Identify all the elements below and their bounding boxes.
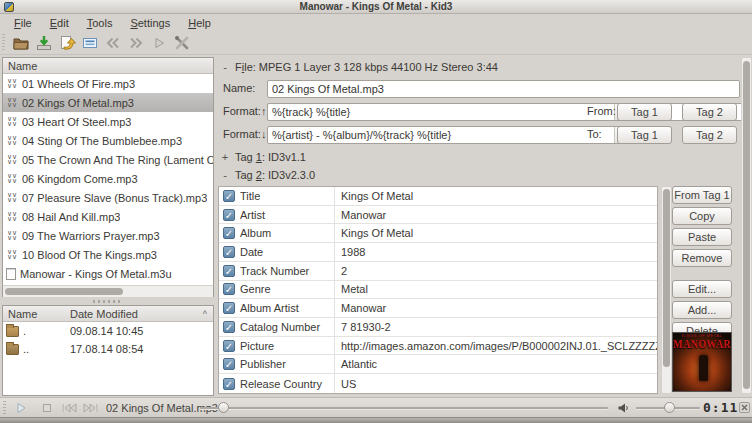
player-previous-button[interactable] [60,401,78,415]
dir-list-header[interactable]: Name Date Modified ^ [3,306,213,322]
tag-frame-row[interactable]: ✓ Title Kings Of Metal [219,187,657,206]
tag-action-button[interactable]: Paste [672,228,732,246]
checkbox-checked-icon[interactable]: ✓ [223,340,235,352]
panel-vscrollbar[interactable] [741,57,752,394]
file-list-item[interactable]: ∨∨∨∨ 02 Kings Of Metal.mp3 [3,93,213,112]
file-list-item[interactable]: ∨∨∨∨ 01 Wheels Of Fire.mp3 [3,74,213,93]
to-tag2-button[interactable]: Tag 2 [682,126,737,144]
vscroll-thumb[interactable] [743,61,750,389]
file-list-item[interactable]: ∨∨∨∨ 07 Pleasure Slave (Bonus Track).mp3 [3,188,213,207]
tag1-section-header[interactable]: + Tag 1: ID3v1.1 [221,151,306,163]
hscroll-thumb[interactable] [5,288,123,295]
checkbox-checked-icon[interactable]: ✓ [223,246,235,258]
frame-value-cell[interactable]: Kings Of Metal [334,224,657,242]
collapse-icon[interactable]: - [221,169,229,181]
tag-frame-row[interactable]: ✓ Artist Manowar [219,206,657,225]
tag-action-button[interactable]: From Tag 1 [672,186,732,204]
table-vscrollbar[interactable] [661,186,672,394]
tag-frame-row[interactable]: ✓ Publisher Atlantic [219,355,657,374]
tag-frame-row[interactable]: ✓ Album Kings Of Metal [219,224,657,243]
player-play-button[interactable] [12,401,30,415]
file-list-item[interactable]: ∨∨∨∨ 03 Heart Of Steel.mp3 [3,112,213,131]
filename-input[interactable] [267,80,740,98]
tag-frame-row[interactable]: ✓ Album Artist Manowar [219,299,657,318]
checkbox-checked-icon[interactable]: ✓ [223,227,235,239]
frame-value-cell[interactable]: Manowar [334,206,657,224]
from-tag2-button[interactable]: Tag 2 [682,103,737,121]
tag-frame-row[interactable]: ✓ Genre Metal [219,281,657,300]
vscroll-thumb[interactable] [663,189,670,367]
album-cover-art[interactable]: KINGS OF METAL MANOWAR [672,332,732,392]
tag-frame-row[interactable]: ✓ Track Number 2 [219,262,657,281]
file-list-item[interactable]: ∨∨∨∨ 08 Hail And Kill.mp3 [3,207,213,226]
player-grip[interactable] [3,401,6,415]
format-from-combobox[interactable]: %{track} %{title} ▼ [267,103,630,121]
revert-button[interactable] [55,32,78,53]
checkbox-checked-icon[interactable]: ✓ [223,358,235,370]
file-list-item[interactable]: ∨∨∨∨ 06 Kingdom Come.mp3 [3,169,213,188]
checkbox-checked-icon[interactable]: ✓ [223,321,235,333]
tag-action-button[interactable]: Copy [672,207,732,225]
checkbox-checked-icon[interactable]: ✓ [223,378,235,390]
dir-col-date[interactable]: Date Modified [70,308,138,320]
dir-col-name[interactable]: Name [8,308,70,320]
checkbox-checked-icon[interactable]: ✓ [223,283,235,295]
file-list-item[interactable]: ∨∨∨∨ 04 Sting Of The Bumblebee.mp3 [3,131,213,150]
file-list-item[interactable]: ∨∨∨∨ 10 Blood Of The Kings.mp3 [3,245,213,264]
frame-value-cell[interactable]: http://images.amazon.com/images/P/B00000… [334,337,657,355]
frame-value-cell[interactable]: 1988 [334,243,657,261]
player-stop-button[interactable] [38,401,56,415]
frame-value-cell[interactable]: US [334,374,657,393]
save-button[interactable] [32,32,55,53]
create-playlist-button[interactable] [78,32,101,53]
dir-list-row[interactable]: . 09.08.14 10:45 [3,322,213,340]
menu-item[interactable]: Tools [79,16,121,30]
player-close-button[interactable] [739,402,750,413]
frame-value-cell[interactable]: Kings Of Metal [334,187,657,205]
open-folder-button[interactable] [9,32,32,53]
frame-value-cell[interactable]: 2 [334,262,657,280]
frame-value-cell[interactable]: Metal [334,281,657,299]
seek-slider-handle[interactable] [218,402,229,413]
menu-item[interactable]: File [6,16,40,30]
volume-icon[interactable] [616,401,630,415]
expand-icon[interactable]: + [221,151,229,163]
volume-slider[interactable] [636,407,700,409]
previous-file-button[interactable] [101,32,124,53]
checkbox-checked-icon[interactable]: ✓ [223,265,235,277]
configure-button[interactable] [170,32,193,53]
tag-frame-row[interactable]: ✓ Catalog Number 7 81930-2 [219,318,657,337]
frame-value-cell[interactable]: Manowar [334,299,657,317]
dir-list-row[interactable]: .. 17.08.14 08:54 [3,340,213,358]
file-list-item[interactable]: ∨∨∨∨ Manowar - Kings Of Metal.m3u [3,264,213,283]
volume-slider-handle[interactable] [664,402,675,413]
play-button[interactable] [147,32,170,53]
tag-frame-row[interactable]: ✓ Release Country US [219,374,657,393]
menu-item[interactable]: Settings [122,16,178,30]
tag-action-button[interactable]: Add... [672,301,732,319]
format-to-combobox[interactable]: %{artist} - %{album}/%{track} %{title} ▼ [267,126,630,144]
from-tag1-button[interactable]: Tag 1 [617,103,672,121]
frame-value-cell[interactable]: 7 81930-2 [334,318,657,336]
checkbox-checked-icon[interactable]: ✓ [223,302,235,314]
frame-value-cell[interactable]: Atlantic [334,355,657,373]
player-next-button[interactable] [82,401,100,415]
menu-item[interactable]: Help [180,16,219,30]
menu-item[interactable]: Edit [42,16,77,30]
next-file-button[interactable] [124,32,147,53]
file-list-item[interactable]: ∨∨∨∨ 05 The Crown And The Ring (Lament O… [3,150,213,169]
sort-indicator-icon[interactable]: ^ [203,309,207,319]
tag-action-button[interactable]: Remove [672,249,732,267]
seek-slider[interactable] [200,407,608,409]
tag-frame-row[interactable]: ✓ Picture http://images.amazon.com/image… [219,337,657,356]
tag-frame-row[interactable]: ✓ Date 1988 [219,243,657,262]
tag-action-button[interactable]: Edit... [672,280,732,298]
checkbox-checked-icon[interactable]: ✓ [223,209,235,221]
left-splitter[interactable] [2,298,214,305]
file-list-item[interactable]: ∨∨∨∨ 09 The Warriors Prayer.mp3 [3,226,213,245]
file-list-hscrollbar[interactable] [3,285,213,297]
to-tag1-button[interactable]: Tag 1 [617,126,672,144]
toolbar-grip[interactable] [2,34,5,52]
checkbox-checked-icon[interactable]: ✓ [223,190,235,202]
tag2-section-header[interactable]: - Tag 2: ID3v2.3.0 [221,169,315,181]
